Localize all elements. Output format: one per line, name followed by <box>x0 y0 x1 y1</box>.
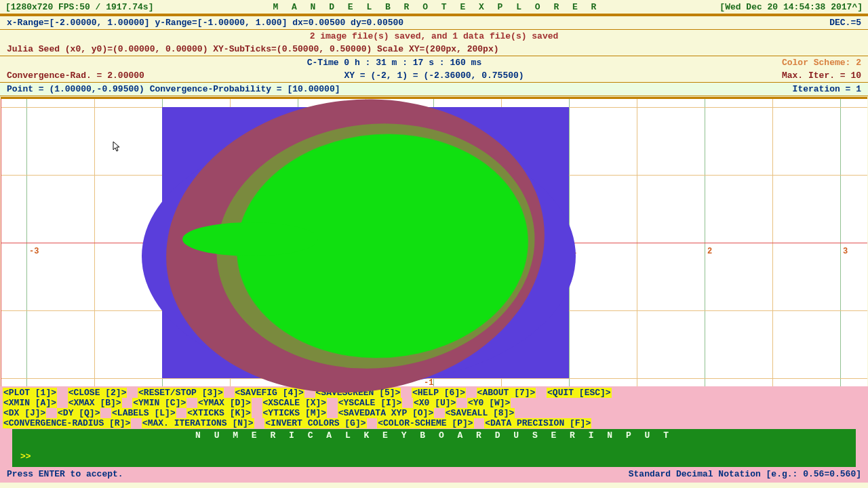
convergence-radius: Convergence-Rad. = 2.00000 <box>7 70 144 81</box>
menu-cmd[interactable]: <XMAX [B]> <box>68 398 122 408</box>
command-menu: <PLOT [1]> <CLOSE [2]> <RESET/STOP [3]> … <box>0 386 868 483</box>
compute-time-row: C-Time 0 h : 31 m : 17 s : 160 ms Color … <box>0 56 868 69</box>
menu-cmd[interactable]: <COLOR-SCHEME [P]> <box>377 418 473 428</box>
menu-cmd[interactable]: <X0 [U]> <box>413 398 456 408</box>
tick-x-neg3: -3 <box>29 247 39 256</box>
xy-coords: XY = (-2, 1) = (-2.36000, 0.75500) <box>344 70 524 81</box>
enter-hint: Press ENTER to accept. <box>7 469 123 479</box>
tick-y-neg1: -1 <box>424 378 433 388</box>
menu-cmd[interactable]: <DY [Q]> <box>57 408 100 418</box>
menu-cmd[interactable]: <YSCALE [I]> <box>338 398 403 408</box>
menu-cmd[interactable]: <ABOUT [7]> <box>477 388 536 398</box>
mandelbrot-render <box>162 107 569 378</box>
menu-cmd[interactable]: <SAVEDATA XYP [O]> <box>338 408 434 418</box>
notation-hint: Standard Decimal Notation [e.g.: 0.56=0.… <box>629 469 861 479</box>
cursor-icon <box>113 141 121 152</box>
point-probability: Point = (1.00000,-0.99500) Convergence-P… <box>7 84 340 94</box>
datetime: [Wed Dec 20 14:54:38 2017^] <box>719 2 863 12</box>
menu-cmd[interactable]: <RESET/STOP [3]> <box>138 388 224 398</box>
menu-cmd[interactable]: <YMAX [D]> <box>197 398 252 408</box>
menu-row-4: <CONVERGENCE-RADIUS [R]> <MAX. ITERATION… <box>0 418 868 428</box>
tick-x-3: 3 <box>843 247 848 256</box>
input-prompt[interactable]: >> <box>16 451 852 462</box>
menu-cmd[interactable]: <XMIN [A]> <box>3 398 57 408</box>
menu-cmd[interactable]: <MAX. ITERATIONS [N]> <box>142 418 254 428</box>
menu-row-3: <DX [J]> <DY [Q]> <LABELS [L]> <XTICKS [… <box>0 408 868 418</box>
menu-cmd[interactable]: <HELP [6]> <box>412 388 466 398</box>
menu-cmd[interactable]: <SAVEALL [8]> <box>445 408 515 418</box>
menu-cmd[interactable]: <CONVERGENCE-RADIUS [R]> <box>3 418 131 428</box>
decimal-precision: DEC.=5 <box>829 18 861 28</box>
menu-row-2: <XMIN [A]> <XMAX [B]> <YMIN [C]> <YMAX [… <box>0 398 868 408</box>
menu-cmd[interactable]: <CLOSE [2]> <box>68 388 127 398</box>
menu-cmd[interactable]: <PLOT [1]> <box>3 388 57 398</box>
julia-seed: Julia Seed (x0, y0)=(0.00000, 0.00000) X… <box>7 44 499 54</box>
max-iterations: Max. Iter. = 10 <box>782 70 861 81</box>
julia-row: Julia Seed (x0, y0)=(0.00000, 0.00000) X… <box>0 43 868 56</box>
plot-canvas[interactable]: -3 1 2 3 -1 <box>1 97 867 386</box>
menu-cmd[interactable]: <XSCALE [X]> <box>262 398 328 408</box>
title-bar: [868x488 FPS:50 / 1917.74s] M A N D E L… <box>0 0 868 15</box>
menu-cmd[interactable]: <DX [J]> <box>3 408 46 418</box>
menu-cmd[interactable]: <SAVEFIG [4]> <box>235 388 304 398</box>
menu-cmd[interactable]: <INVERT COLORS [G]> <box>264 418 366 428</box>
app-title: M A N D E L B R O T E X P L O R E R <box>273 2 600 12</box>
menu-cmd[interactable]: <YTICKS [M]> <box>262 408 328 418</box>
menu-cmd[interactable]: <YMIN [C]> <box>132 398 186 408</box>
tick-x-2: 2 <box>707 247 712 256</box>
menu-row-1: <PLOT [1]> <CLOSE [2]> <RESET/STOP [3]> … <box>0 388 868 398</box>
menu-cmd[interactable]: <DATA PRECISION [F]> <box>484 418 591 428</box>
footer-bar: Press ENTER to accept. Standard Decimal … <box>0 467 868 481</box>
save-status-row: 2 image file(s) saved, and 1 data file(s… <box>0 30 868 43</box>
iteration-count: Iteration = 1 <box>793 84 861 94</box>
menu-cmd[interactable]: <Y0 [W]> <box>467 398 511 408</box>
compute-time: C-Time 0 h : 31 m : 17 s : 160 ms <box>307 58 481 68</box>
convergence-row: Convergence-Rad. = 2.00000 XY = (-2, 1) … <box>0 69 868 83</box>
save-status: 2 image file(s) saved, and 1 data file(s… <box>310 31 559 41</box>
resolution-fps: [868x488 FPS:50 / 1917.74s] <box>5 2 153 12</box>
range-row: x-Range=[-2.00000, 1.00000] y-Range=[-1.… <box>0 15 868 30</box>
menu-cmd[interactable]: <XTICKS [K]> <box>186 408 252 418</box>
input-panel: N U M E R I C A L K E Y B O A R D U S E … <box>12 429 856 467</box>
color-scheme: Color Scheme: 2 <box>782 58 861 68</box>
input-heading: N U M E R I C A L K E Y B O A R D U S E … <box>16 430 852 441</box>
xy-range: x-Range=[-2.00000, 1.00000] y-Range=[-1.… <box>7 18 403 28</box>
menu-cmd[interactable]: <QUIT [ESC]> <box>547 388 612 398</box>
menu-cmd[interactable]: <LABELS [L]> <box>111 408 176 418</box>
point-row: Point = (1.00000,-0.99500) Convergence-P… <box>0 83 868 96</box>
